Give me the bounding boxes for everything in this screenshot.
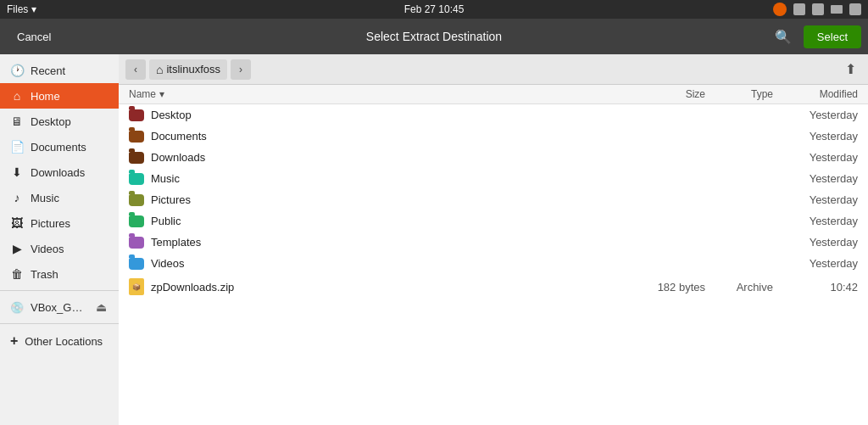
folder-icon	[129, 258, 144, 270]
table-row[interactable]: Documents Yesterday	[119, 126, 868, 147]
trash-icon: 🗑	[10, 267, 24, 281]
sidebar-item-documents[interactable]: 📄 Documents	[0, 134, 119, 159]
table-row[interactable]: Videos Yesterday	[119, 253, 868, 274]
title-bar-right: 🔍 Select	[770, 25, 861, 48]
settings-icon	[849, 3, 861, 15]
file-modified: Yesterday	[773, 257, 858, 270]
sidebar-item-trash[interactable]: 🗑 Trash	[0, 261, 119, 287]
sidebar-item-music[interactable]: ♪ Music	[0, 185, 119, 210]
header-type: Type	[705, 88, 773, 100]
pictures-icon: 🖼	[10, 216, 24, 230]
file-modified: 10:42	[773, 281, 858, 294]
desktop-icon: 🖥	[10, 115, 24, 128]
file-list: Desktop Yesterday Documents Yesterday Do…	[119, 104, 868, 425]
sidebar-item-label: Recent	[31, 64, 65, 77]
file-name-label: Public	[151, 215, 181, 227]
sidebar-other-label: Other Locations	[25, 335, 103, 348]
sidebar-item-label: Downloads	[31, 166, 85, 179]
file-modified: Yesterday	[773, 215, 858, 227]
sidebar: 🕐 Recent ⌂ Home 🖥 Desktop 📄 Documents ⬇ …	[0, 54, 119, 425]
file-name-cell: 📦 zpDownloads.zip	[129, 278, 629, 295]
file-name-label: Documents	[151, 130, 207, 143]
main-container: 🕐 Recent ⌂ Home 🖥 Desktop 📄 Documents ⬇ …	[0, 54, 868, 425]
profile-icon	[773, 3, 787, 16]
file-name-cell: Downloads	[129, 151, 629, 164]
file-name-cell: Templates	[129, 236, 629, 249]
search-button[interactable]: 🔍	[770, 25, 797, 48]
file-modified: Yesterday	[773, 236, 858, 249]
cancel-button[interactable]: Cancel	[7, 25, 61, 48]
breadcrumb-home[interactable]: ⌂ itslinuxfoss	[149, 59, 227, 80]
sidebar-item-label: Videos	[31, 243, 64, 255]
title-bar: Cancel Select Extract Destination 🔍 Sele…	[0, 19, 868, 54]
system-bar-left: Files ▾	[7, 3, 36, 15]
table-row[interactable]: Downloads Yesterday	[119, 147, 868, 168]
sidebar-device-label: VBox_G…	[31, 301, 82, 314]
file-browser: ‹ ⌂ itslinuxfoss › ⬆ Name ▾ Size Type Mo…	[119, 54, 868, 425]
network-icon	[793, 3, 805, 15]
home-icon: ⌂	[10, 89, 24, 103]
vbox-icon: 💿	[10, 301, 24, 314]
file-name-cell: Desktop	[129, 109, 629, 121]
downloads-icon: ⬇	[10, 165, 24, 179]
sidebar-item-desktop[interactable]: 🖥 Desktop	[0, 109, 119, 134]
sidebar-item-label: Documents	[31, 141, 86, 154]
folder-icon	[129, 109, 144, 121]
dialog-title: Select Extract Destination	[366, 30, 502, 43]
header-name[interactable]: Name ▾	[129, 88, 629, 100]
sidebar-item-other-locations[interactable]: + Other Locations	[0, 327, 119, 355]
file-name-label: Videos	[151, 257, 185, 270]
file-name-label: Templates	[151, 236, 201, 249]
select-button[interactable]: Select	[804, 25, 861, 48]
sidebar-device-vbox[interactable]: 💿 VBox_G… ⏏	[0, 294, 119, 320]
table-row[interactable]: Desktop Yesterday	[119, 104, 868, 126]
table-row[interactable]: Pictures Yesterday	[119, 189, 868, 210]
folder-icon	[129, 194, 144, 206]
battery-icon	[831, 5, 843, 14]
sidebar-item-home[interactable]: ⌂ Home	[0, 83, 119, 109]
sidebar-item-label: Trash	[31, 268, 58, 281]
folder-icon	[129, 152, 144, 164]
sidebar-item-label: Desktop	[31, 115, 71, 128]
file-name-cell: Public	[129, 215, 629, 227]
system-bar-datetime: Feb 27 10:45	[404, 3, 465, 15]
file-type: Archive	[705, 281, 773, 294]
file-modified: Yesterday	[773, 193, 858, 206]
header-modified: Modified	[773, 88, 858, 100]
recent-icon: 🕐	[10, 64, 24, 77]
table-row[interactable]: Public Yesterday	[119, 210, 868, 232]
file-name-label: Music	[151, 172, 180, 185]
table-row[interactable]: Templates Yesterday	[119, 232, 868, 253]
breadcrumb-home-label: itslinuxfoss	[166, 63, 220, 75]
sidebar-item-videos[interactable]: ▶ Videos	[0, 236, 119, 261]
table-row[interactable]: 📦 zpDownloads.zip 182 bytes Archive 10:4…	[119, 274, 868, 299]
files-menu[interactable]: Files ▾	[7, 3, 36, 15]
sidebar-item-recent[interactable]: 🕐 Recent	[0, 58, 119, 83]
file-size: 182 bytes	[629, 281, 705, 294]
system-bar-right	[773, 3, 861, 16]
folder-icon	[129, 237, 144, 249]
header-size: Size	[629, 88, 705, 100]
folder-icon	[129, 173, 144, 185]
eject-button-vbox[interactable]: ⏏	[94, 300, 108, 314]
file-name-label: Pictures	[151, 193, 191, 206]
sidebar-separator-2	[0, 323, 119, 324]
file-list-header: Name ▾ Size Type Modified	[119, 85, 868, 104]
file-name-cell: Videos	[129, 257, 629, 270]
open-location-button[interactable]: ⬆	[840, 59, 861, 79]
home-icon: ⌂	[156, 63, 163, 76]
nav-back-button[interactable]: ‹	[125, 59, 146, 80]
sidebar-item-label: Pictures	[31, 217, 70, 230]
file-modified: Yesterday	[773, 109, 858, 121]
sidebar-item-downloads[interactable]: ⬇ Downloads	[0, 159, 119, 185]
zip-icon: 📦	[129, 278, 144, 295]
table-row[interactable]: Music Yesterday	[119, 168, 868, 189]
other-locations-icon: +	[10, 333, 18, 349]
file-name-label: Desktop	[151, 109, 192, 121]
breadcrumb-bar: ‹ ⌂ itslinuxfoss › ⬆	[119, 54, 868, 85]
file-name-label: zpDownloads.zip	[151, 281, 234, 294]
sidebar-item-pictures[interactable]: 🖼 Pictures	[0, 210, 119, 236]
file-modified: Yesterday	[773, 151, 858, 164]
system-bar: Files ▾ Feb 27 10:45	[0, 0, 868, 19]
nav-forward-button[interactable]: ›	[231, 59, 251, 80]
